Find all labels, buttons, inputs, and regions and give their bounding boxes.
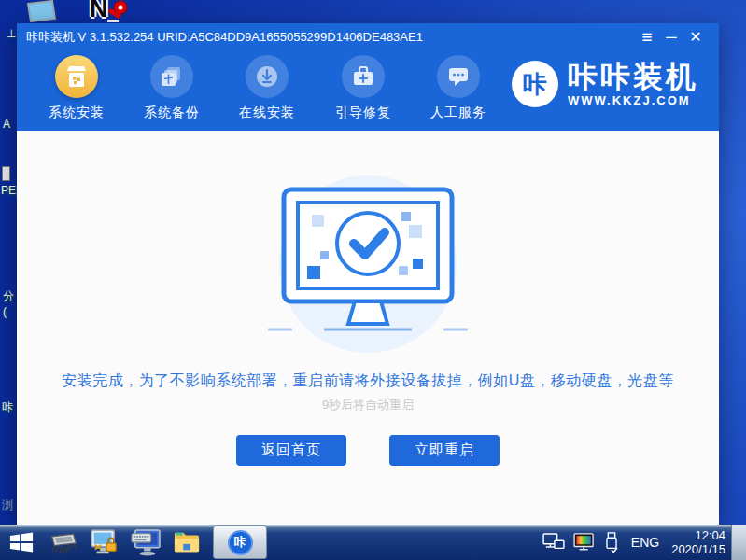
title-bar: 咔咔装机 V 3.1.532.254 URID:A5C84DD9A1655055… bbox=[17, 23, 719, 51]
clock-date: 2020/1/15 bbox=[671, 542, 725, 556]
language-indicator[interactable]: ENG bbox=[627, 535, 663, 550]
nav-item-label: 引导修复 bbox=[318, 105, 408, 121]
nav-item-boot-repair[interactable]: 引导修复 bbox=[318, 55, 408, 121]
taskbar-chip-tool[interactable] bbox=[43, 525, 84, 560]
nav-item-label: 系统备份 bbox=[127, 105, 217, 121]
desktop-icon-label-fragment: A bbox=[3, 118, 10, 131]
kaka-logo-icon: 咔 bbox=[228, 530, 253, 555]
red-key-icon bbox=[105, 0, 131, 26]
taskbar-clock[interactable]: 12:04 2020/1/15 bbox=[671, 528, 725, 556]
window-title: 咔咔装机 V 3.1.532.254 URID:A5C84DD9A1655055… bbox=[26, 29, 635, 46]
nav-item-online-install[interactable]: 在线安装 bbox=[222, 55, 312, 121]
backup-copies-icon bbox=[150, 55, 193, 98]
back-home-button[interactable]: 返回首页 bbox=[236, 435, 346, 466]
taskbar-onscreen-keyboard[interactable] bbox=[125, 525, 166, 560]
windows-logo-icon bbox=[7, 530, 35, 554]
taskbar-screen-lock-tool[interactable] bbox=[84, 525, 125, 560]
installer-window: 咔咔装机 V 3.1.532.254 URID:A5C84DD9A1655055… bbox=[17, 23, 719, 525]
folder-icon bbox=[172, 529, 202, 555]
desktop-ntpwedit-icon[interactable]: N bbox=[90, 0, 131, 26]
content-area: 安装完成，为了不影响系统部署，重启前请将外接设备拔掉，例如U盘，移动硬盘，光盘等… bbox=[17, 131, 719, 525]
desktop-icon-label-fragment: 分 bbox=[3, 288, 14, 304]
desktop-computer-icon[interactable] bbox=[24, 0, 60, 26]
show-desktop-button[interactable] bbox=[731, 525, 746, 560]
taskbar-kaka-installer-button[interactable]: 咔 bbox=[213, 525, 267, 559]
download-circle-icon bbox=[246, 55, 289, 98]
usb-device-icon[interactable] bbox=[604, 532, 619, 553]
start-button[interactable] bbox=[0, 525, 43, 560]
brand-website: WWW.KKZJ.COM bbox=[568, 93, 698, 107]
clock-time: 12:04 bbox=[671, 528, 725, 542]
brand-name: 咔咔装机 bbox=[568, 61, 698, 92]
desktop-background: N ⊥ A PE| 分 ( 咔 浏 咔咔装机 V 3.1.532.254 URI… bbox=[0, 0, 746, 560]
network-icon[interactable] bbox=[542, 533, 565, 552]
success-monitor-illustration bbox=[279, 175, 457, 353]
nav-item-human-service[interactable]: 人工服务 bbox=[414, 55, 503, 121]
nav-item-system-backup[interactable]: 系统备份 bbox=[127, 55, 217, 121]
desktop-icon-fragment bbox=[2, 166, 10, 181]
monitor-lock-icon bbox=[90, 528, 120, 556]
restart-now-button[interactable]: 立即重启 bbox=[389, 435, 500, 466]
cpu-chip-icon bbox=[49, 529, 78, 555]
nav-bar: 系统安装 系统备份 bbox=[17, 51, 719, 131]
restart-countdown: 9秒后将自动重启 bbox=[17, 397, 719, 413]
desktop-icon-label-fragment: ( bbox=[3, 305, 7, 318]
close-button[interactable]: ✕ bbox=[683, 23, 708, 51]
minimize-button[interactable]: ─ bbox=[659, 23, 683, 51]
desktop-icon-label-fragment: 咔 bbox=[2, 399, 13, 415]
system-tray: ENG 12:04 2020/1/15 bbox=[542, 525, 725, 560]
nav-item-label: 系统安装 bbox=[32, 105, 121, 121]
install-complete-message: 安装完成，为了不影响系统部署，重启前请将外接设备拔掉，例如U盘，移动硬盘，光盘等 bbox=[17, 371, 719, 391]
toolbox-plus-icon bbox=[342, 55, 385, 98]
keyboard-monitor-icon bbox=[130, 528, 162, 556]
nav-item-label: 人工服务 bbox=[414, 105, 503, 121]
chat-bubble-icon bbox=[437, 55, 480, 98]
nav-item-label: 在线安装 bbox=[222, 105, 312, 121]
desktop-icon-label-fragment: 浏 bbox=[2, 497, 13, 513]
brand-logo: 咔 咔咔装机 WWW.KKZJ.COM bbox=[512, 61, 698, 107]
desktop-icon-label-fragment: ⊥ bbox=[7, 27, 16, 40]
taskbar: 咔 bbox=[0, 525, 746, 560]
display-color-icon[interactable] bbox=[573, 533, 596, 552]
menu-button[interactable]: ≡ bbox=[635, 23, 659, 51]
taskbar-file-explorer[interactable] bbox=[166, 525, 207, 560]
install-box-icon bbox=[55, 55, 98, 98]
kaka-logo-badge: 咔 bbox=[512, 61, 558, 107]
nav-item-system-install[interactable]: 系统安装 bbox=[32, 55, 121, 121]
